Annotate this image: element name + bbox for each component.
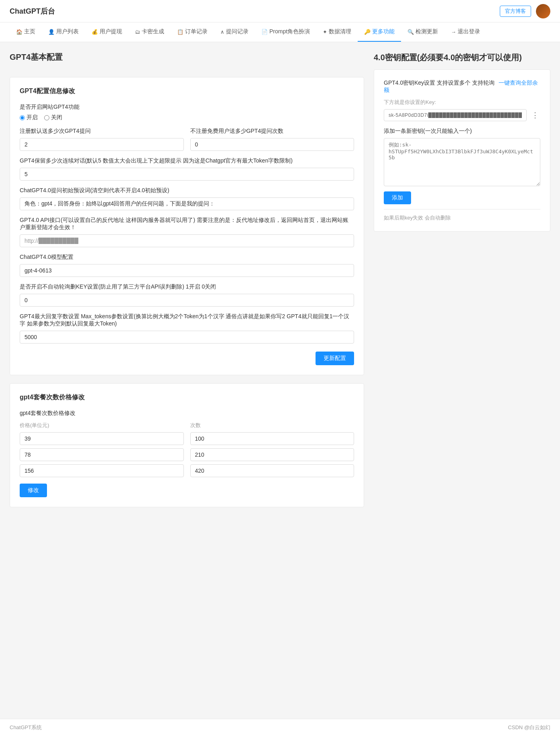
home-icon: 🏠 bbox=[16, 29, 22, 35]
update-icon: 🔍 bbox=[407, 29, 414, 35]
price-row1-price[interactable] bbox=[20, 432, 184, 445]
add-btn-area: 添加 bbox=[384, 187, 540, 204]
price-row3-count[interactable] bbox=[190, 464, 354, 477]
max-tokens-group: GPT4最大回复字数设置 Max_tokens参数设置(换算比例大概为2个Tok… bbox=[20, 313, 354, 344]
nav-item-withdraw[interactable]: 💰 用户提现 bbox=[85, 22, 128, 42]
price-btn-area: 修改 bbox=[20, 484, 354, 497]
withdraw-icon: 💰 bbox=[92, 29, 98, 35]
nav-item-cardgen[interactable]: 🗂 卡密生成 bbox=[128, 22, 171, 42]
nav-label-update: 检测更新 bbox=[415, 28, 438, 35]
header-right: 官方博客 bbox=[500, 4, 550, 18]
radio-off-input[interactable] bbox=[44, 115, 49, 120]
logout-icon: → bbox=[451, 29, 456, 35]
model-input[interactable] bbox=[20, 264, 354, 277]
prompt-icon: 📄 bbox=[261, 29, 268, 35]
auto-rotate-group: 是否开启不自动轮询删KEY设置(防止用了第三方平台API误判删除) 1开启 0关… bbox=[20, 283, 354, 307]
enable-label: 是否开启网站GPT4功能 bbox=[20, 104, 354, 111]
add-key-button[interactable]: 添加 bbox=[384, 191, 411, 204]
auto-rotate-label: 是否开启不自动轮询删KEY设置(防止用了第三方平台API误判删除) 1开启 0关… bbox=[20, 283, 354, 291]
free-gift-group: 注册默认送多少次GPT4提问 bbox=[20, 128, 184, 151]
keep-sessions-label: GPT4保留多少次连续对话(默认5 数值太大会出现上下文超限提示 因为这是Cha… bbox=[20, 157, 354, 165]
radio-on-input[interactable] bbox=[20, 115, 25, 120]
nonfree-limit-input[interactable] bbox=[190, 138, 354, 151]
edit-price-button[interactable]: 修改 bbox=[20, 484, 47, 497]
nav-label-home: 主页 bbox=[24, 28, 35, 35]
nav-item-cleanup[interactable]: ✦ 数据清理 bbox=[316, 22, 358, 42]
radio-off-text: 关闭 bbox=[51, 114, 62, 121]
key-subtitle: 下方就是你设置的Key: bbox=[384, 99, 540, 106]
nav-label-questions: 提问记录 bbox=[226, 28, 248, 35]
avatar-image bbox=[536, 4, 550, 18]
keep-sessions-group: GPT4保留多少次连续对话(默认5 数值太大会出现上下文超限提示 因为这是Cha… bbox=[20, 157, 354, 181]
nav-label-users: 用户列表 bbox=[56, 28, 79, 35]
api-group: GPT4.0 API接口(可以设置自己的反代地址 这样国内服务器就可以用了) 需… bbox=[20, 217, 354, 247]
right-title-text: 4.0密钥配置(必须要4.0的密钥才可以使用) bbox=[374, 53, 522, 62]
price-row2-price[interactable] bbox=[20, 448, 184, 461]
nav-label-logout: 退出登录 bbox=[458, 28, 480, 35]
questions-icon: ∧ bbox=[220, 29, 224, 35]
free-gift-label: 注册默认送多少次GPT4提问 bbox=[20, 128, 184, 135]
key-setting-row: GPT4.0密钥Key设置 支持设置多个 支持轮询 一键查询全部余额 bbox=[384, 79, 540, 94]
card-icon: 🗂 bbox=[135, 29, 140, 35]
add-key-title: 添加一条新密钥(一次只能输入一个) bbox=[384, 128, 540, 135]
counts-row: 注册默认送多少次GPT4提问 不注册免费用户送多少GPT4提问次数 bbox=[20, 128, 354, 157]
preset-group: ChatGPT4.0提问初始预设词(清空则代表不开启4.0初始预设) bbox=[20, 187, 354, 210]
gpt4-config-card: GPT4配置信息修改 是否开启网站GPT4功能 开启 关闭 bbox=[10, 77, 364, 375]
key-more-button[interactable]: ⋮ bbox=[530, 109, 540, 121]
radio-on-label[interactable]: 开启 bbox=[20, 114, 38, 121]
col-count-label: 次数 bbox=[190, 422, 354, 429]
right-panel-title: 4.0密钥配置(必须要4.0的密钥才可以使用) bbox=[374, 52, 550, 63]
key-setting-label: GPT4.0密钥Key设置 支持设置多个 支持轮询 bbox=[384, 79, 495, 86]
nav-item-prompt[interactable]: 📄 Prompt角色扮演 bbox=[255, 22, 316, 42]
price-row-3 bbox=[20, 464, 354, 477]
orders-icon: 📋 bbox=[177, 29, 183, 35]
add-key-textarea[interactable] bbox=[384, 138, 540, 186]
max-tokens-label: GPT4最大回复字数设置 Max_tokens参数设置(换算比例大概为2个Tok… bbox=[20, 313, 354, 327]
update-config-button[interactable]: 更新配置 bbox=[316, 352, 354, 365]
nav-label-orders: 订单记录 bbox=[185, 28, 208, 35]
nav-item-update[interactable]: 🔍 检测更新 bbox=[401, 22, 444, 42]
nav-label-cardgen: 卡密生成 bbox=[142, 28, 164, 35]
enable-radio-group: 开启 关闭 bbox=[20, 114, 354, 121]
price-row-2 bbox=[20, 448, 354, 461]
nav-item-home[interactable]: 🏠 主页 bbox=[10, 22, 42, 42]
nav-item-questions[interactable]: ∧ 提问记录 bbox=[214, 22, 255, 42]
key-config-card: GPT4.0密钥Key设置 支持设置多个 支持轮询 一键查询全部余额 下方就是你… bbox=[374, 69, 550, 232]
enable-gpt4-group: 是否开启网站GPT4功能 开启 关闭 bbox=[20, 104, 354, 121]
price-table-header: 价格(单位元) 次数 bbox=[20, 422, 354, 429]
cleanup-icon: ✦ bbox=[323, 29, 327, 35]
nonfree-limit-label: 不注册免费用户送多少GPT4提问次数 bbox=[190, 128, 354, 135]
model-group: ChatGPT4.0模型配置 bbox=[20, 254, 354, 277]
existing-key-input[interactable] bbox=[384, 109, 527, 121]
keep-sessions-input[interactable] bbox=[20, 168, 354, 181]
price-row1-count[interactable] bbox=[190, 432, 354, 445]
existing-key-row: ⋮ bbox=[384, 109, 540, 121]
free-gift-input[interactable] bbox=[20, 138, 184, 151]
nav-item-more[interactable]: 🔑 更多功能 bbox=[358, 22, 401, 42]
api-input[interactable] bbox=[20, 234, 354, 247]
auto-rotate-input[interactable] bbox=[20, 294, 354, 307]
footer-right: CSDN @白云如幻 bbox=[508, 724, 550, 731]
radio-off-label[interactable]: 关闭 bbox=[44, 114, 62, 121]
logo: ChatGPT后台 bbox=[10, 6, 55, 16]
preset-input[interactable] bbox=[20, 197, 354, 210]
price-row2-count[interactable] bbox=[190, 448, 354, 461]
nav-item-logout[interactable]: → 退出登录 bbox=[444, 22, 487, 42]
nav-label-prompt: Prompt角色扮演 bbox=[269, 28, 310, 35]
price-subtitle: gpt4套餐次数价格修改 bbox=[20, 410, 354, 417]
model-label: ChatGPT4.0模型配置 bbox=[20, 254, 354, 261]
nav-item-users[interactable]: 👤 用户列表 bbox=[42, 22, 85, 42]
avatar[interactable] bbox=[536, 4, 550, 18]
navigation: 🏠 主页 👤 用户列表 💰 用户提现 🗂 卡密生成 📋 订单记录 ∧ 提问记录 … bbox=[0, 22, 560, 42]
price-row-1 bbox=[20, 432, 354, 445]
nav-label-cleanup: 数据清理 bbox=[329, 28, 351, 35]
users-icon: 👤 bbox=[48, 29, 55, 35]
official-blog-button[interactable]: 官方博客 bbox=[500, 6, 531, 17]
price-row3-price[interactable] bbox=[20, 464, 184, 477]
nav-item-orders[interactable]: 📋 订单记录 bbox=[171, 22, 214, 42]
header: ChatGPT后台 官方博客 bbox=[0, 0, 560, 22]
price-card: gpt4套餐次数价格修改 gpt4套餐次数价格修改 价格(单位元) 次数 bbox=[10, 383, 364, 507]
nonfree-limit-group: 不注册免费用户送多少GPT4提问次数 bbox=[190, 128, 354, 151]
left-section-title: GPT4基本配置 bbox=[10, 52, 364, 63]
max-tokens-input[interactable] bbox=[20, 331, 354, 344]
